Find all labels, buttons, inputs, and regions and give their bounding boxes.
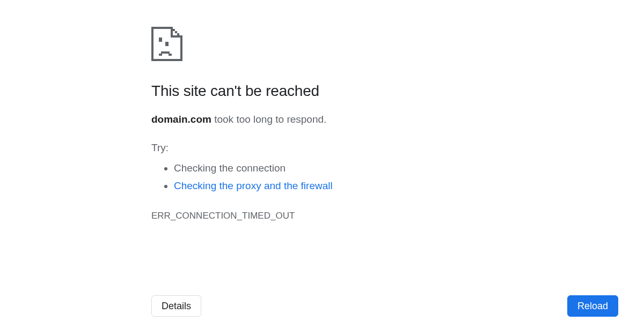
suggestion-proxy-link[interactable]: Checking the proxy and the firewall <box>174 180 333 191</box>
suggestion-connection-text: Checking the connection <box>174 162 286 174</box>
svg-rect-0 <box>151 27 173 29</box>
suggestions-list: Checking the connection Checking the pro… <box>151 159 495 195</box>
details-button[interactable]: Details <box>151 295 201 317</box>
try-label: Try: <box>151 142 495 154</box>
svg-rect-1 <box>151 27 153 61</box>
reload-button[interactable]: Reload <box>567 295 618 317</box>
svg-rect-5 <box>173 29 175 31</box>
error-page-content: This site can't be reached domain.com to… <box>151 27 495 221</box>
suggestion-connection: Checking the connection <box>174 159 495 177</box>
suggestion-proxy[interactable]: Checking the proxy and the firewall <box>174 177 495 195</box>
svg-rect-12 <box>165 42 169 46</box>
frowny-folder-icon <box>151 27 495 61</box>
svg-rect-7 <box>177 33 179 35</box>
error-subtitle: domain.com took too long to respond. <box>151 113 495 127</box>
svg-rect-6 <box>175 31 177 33</box>
svg-rect-13 <box>161 51 170 54</box>
svg-rect-11 <box>159 38 162 42</box>
error-heading: This site can't be reached <box>151 83 495 100</box>
button-row: Details Reload <box>151 295 618 317</box>
svg-rect-10 <box>171 29 173 38</box>
svg-rect-15 <box>169 54 172 56</box>
error-message-suffix: took too long to respond. <box>211 114 326 125</box>
svg-rect-3 <box>180 36 182 61</box>
svg-rect-14 <box>159 54 162 56</box>
svg-rect-2 <box>151 59 182 61</box>
error-code: ERR_CONNECTION_TIMED_OUT <box>151 211 495 221</box>
error-domain: domain.com <box>151 114 211 125</box>
